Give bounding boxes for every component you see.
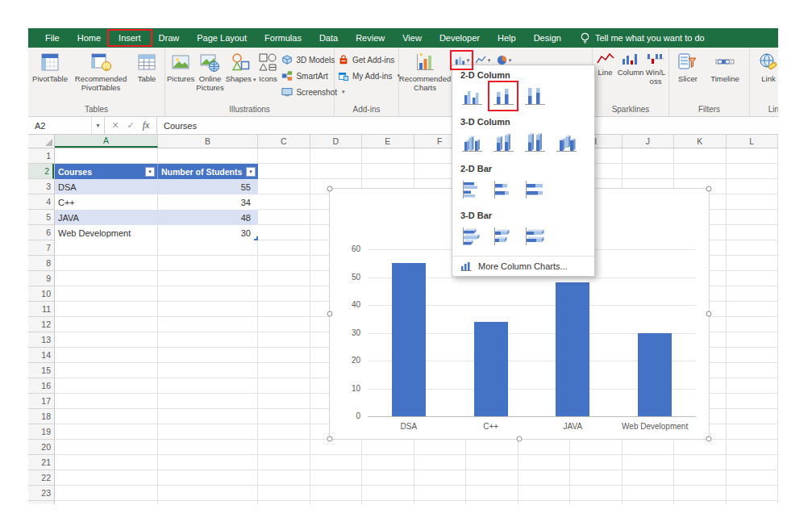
table-button[interactable]: Table: [131, 49, 163, 84]
chart-type-stacked-column-option[interactable]: [490, 83, 516, 109]
row-header-13[interactable]: 13: [28, 332, 54, 348]
ribbon-tab-developer[interactable]: Developer: [431, 28, 489, 48]
row-header-19[interactable]: 19: [28, 424, 54, 440]
link-button[interactable]: Link: [751, 49, 778, 84]
table-cell-course[interactable]: C++: [55, 194, 158, 210]
table-cell-course[interactable]: JAVA: [55, 210, 158, 225]
more-column-charts-item[interactable]: More Column Charts...: [452, 256, 594, 276]
row-header-4[interactable]: 4: [28, 194, 54, 210]
select-all-corner[interactable]: [28, 135, 55, 148]
row-header-6[interactable]: 6: [28, 225, 54, 240]
table-cell-count[interactable]: 48: [158, 210, 258, 225]
row-header-18[interactable]: 18: [28, 409, 54, 424]
tell-me-box[interactable]: Tell me what you want to do: [570, 28, 714, 48]
table-header-cell-students[interactable]: Number of Students: [158, 164, 258, 179]
chart-selection-handle[interactable]: [327, 186, 333, 192]
chart-type-3d-column-option[interactable]: [553, 130, 579, 156]
row-header-1[interactable]: 1: [28, 148, 54, 164]
row-header-21[interactable]: 21: [28, 455, 54, 470]
table-resize-handle[interactable]: [254, 236, 258, 240]
row-header-8[interactable]: 8: [28, 256, 54, 271]
ribbon-tab-insert[interactable]: Insert: [110, 28, 150, 48]
get-add-ins-button[interactable]: Get Add-ins: [335, 52, 402, 68]
slicer-button[interactable]: Slicer: [670, 49, 706, 84]
chart-selection-handle[interactable]: [327, 311, 333, 317]
column-header-C[interactable]: C: [258, 135, 310, 148]
chart-type-3d-100-stacked-column-option[interactable]: [522, 130, 548, 156]
column-header-B[interactable]: B: [158, 135, 258, 148]
row-header-20[interactable]: 20: [28, 440, 54, 455]
ribbon-tab-help[interactable]: Help: [489, 28, 525, 48]
sparkline-column-button[interactable]: Column: [617, 49, 644, 77]
chart-type-100-stacked-column-option[interactable]: [522, 83, 548, 109]
name-box-arrow-icon[interactable]: [91, 117, 104, 134]
chart-type-stacked-bar-option[interactable]: [490, 177, 516, 202]
ribbon-tab-page-layout[interactable]: Page Layout: [188, 28, 256, 48]
row-header-7[interactable]: 7: [28, 240, 54, 256]
column-header-L[interactable]: L: [727, 135, 779, 148]
column-header-J[interactable]: J: [623, 135, 675, 148]
pictures-button[interactable]: Pictures: [166, 49, 195, 84]
chart-selection-handle[interactable]: [327, 436, 333, 442]
chart-type-3d-clustered-bar-option[interactable]: [459, 223, 485, 249]
table-cell-course[interactable]: Web Development: [55, 225, 158, 240]
row-header-11[interactable]: 11: [28, 302, 54, 317]
row-header-16[interactable]: 16: [28, 378, 54, 394]
chart-selection-handle[interactable]: [706, 436, 712, 442]
row-header-12[interactable]: 12: [28, 317, 54, 332]
ribbon-tab-file[interactable]: File: [36, 28, 69, 48]
worksheet-grid[interactable]: CoursesNumber of StudentsDSA55C++34JAVA4…: [55, 148, 778, 504]
column-header-E[interactable]: E: [362, 135, 414, 148]
ribbon-tab-design[interactable]: Design: [525, 28, 570, 48]
timeline-button[interactable]: Timeline: [706, 49, 744, 84]
filter-button[interactable]: [246, 167, 256, 177]
chart-type-clustered-bar-option[interactable]: [459, 177, 485, 202]
row-header-2[interactable]: 2: [28, 164, 54, 179]
row-header-9[interactable]: 9: [28, 271, 54, 286]
chart-selection-handle[interactable]: [706, 186, 712, 192]
chart-type-3d-stacked-bar-option[interactable]: [490, 223, 516, 249]
column-header-A[interactable]: A: [55, 135, 158, 148]
row-header-5[interactable]: 5: [28, 210, 54, 225]
row-header-3[interactable]: 3: [28, 179, 54, 194]
ribbon-tab-formulas[interactable]: Formulas: [256, 28, 310, 48]
pivottable-button[interactable]: PivotTable: [29, 49, 71, 84]
column-header-D[interactable]: D: [310, 135, 363, 148]
name-box[interactable]: A2: [28, 117, 105, 134]
ribbon-tab-draw[interactable]: Draw: [150, 28, 189, 48]
ribbon-tab-data[interactable]: Data: [310, 28, 347, 48]
sparkline-winloss-button[interactable]: Win/Loss: [644, 49, 667, 86]
chart-type-100-stacked-bar-option[interactable]: [522, 177, 548, 202]
table-cell-course[interactable]: DSA: [55, 179, 158, 194]
chart-selection-handle[interactable]: [706, 311, 712, 317]
chart-type-3d-100-stacked-bar-option[interactable]: [522, 223, 548, 249]
ribbon-tab-view[interactable]: View: [394, 28, 431, 48]
table-header-cell-courses[interactable]: Courses: [55, 164, 158, 179]
table-cell-count[interactable]: 55: [158, 179, 258, 194]
ribbon-tab-home[interactable]: Home: [69, 28, 110, 48]
chart-selection-handle[interactable]: [517, 436, 523, 442]
my-add-ins-button[interactable]: My Add-ins: [335, 68, 402, 84]
chart-type-3d-stacked-column-option[interactable]: [490, 130, 516, 156]
row-header-22[interactable]: 22: [28, 470, 54, 486]
row-header-15[interactable]: 15: [28, 363, 54, 378]
filter-button[interactable]: [145, 167, 155, 177]
cancel-icon[interactable]: [109, 120, 122, 131]
chart-type-clustered-column-option[interactable]: [459, 83, 485, 109]
table-cell-count[interactable]: 34: [158, 194, 258, 210]
sparkline-line-button[interactable]: Line: [593, 49, 617, 77]
recommended-pivottables-button[interactable]: Recommended PivotTables: [71, 49, 131, 92]
chart-type-3d-clustered-column-option[interactable]: [459, 130, 485, 156]
table-cell-count[interactable]: 30: [158, 225, 258, 240]
column-header-K[interactable]: K: [674, 135, 727, 148]
shapes-button[interactable]: Shapes: [225, 49, 257, 85]
row-header-17[interactable]: 17: [28, 394, 54, 409]
row-header-10[interactable]: 10: [28, 286, 54, 302]
enter-icon[interactable]: [124, 120, 137, 131]
ribbon-tab-review[interactable]: Review: [347, 28, 394, 48]
icons-button[interactable]: Icons: [256, 49, 279, 84]
row-header-14[interactable]: 14: [28, 348, 54, 363]
row-header-23[interactable]: 23: [28, 486, 54, 501]
recommended-charts-button[interactable]: Recommended Charts: [400, 49, 450, 92]
online-pictures-button[interactable]: Online Pictures: [195, 49, 224, 92]
